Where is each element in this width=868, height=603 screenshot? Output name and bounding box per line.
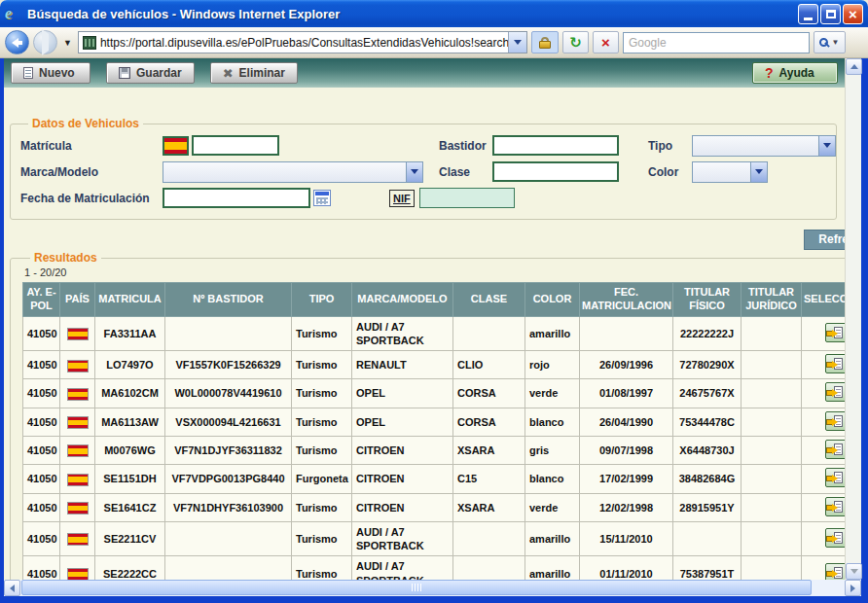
url-field[interactable]: https://portal.dipusevilla.es/ePolPrueba… <box>78 31 527 53</box>
cell-titular_fisico: 75387951T <box>673 556 741 580</box>
delete-button[interactable]: ✖ Eliminar <box>210 62 298 84</box>
chevron-up-icon <box>850 64 858 69</box>
cell-bastidor: W0L000078V4419610 <box>165 379 292 408</box>
web-search-input[interactable] <box>623 32 810 53</box>
column-header: MARCA/MODELO <box>352 283 453 317</box>
refresh-results-button[interactable]: Refrescar <box>804 230 845 250</box>
delete-x-icon: ✖ <box>223 67 234 80</box>
cell-ay_epol: 41050 <box>23 521 60 556</box>
scroll-up-button[interactable] <box>846 58 862 75</box>
chevron-down-icon <box>750 162 767 182</box>
help-button[interactable]: ? Ayuda <box>752 62 838 84</box>
stop-button[interactable]: × <box>593 31 619 53</box>
cell-color: amarillo <box>525 316 580 351</box>
spain-flag-icon <box>67 416 89 429</box>
save-button[interactable]: Guardar <box>106 62 195 84</box>
page-favicon-icon <box>83 36 96 50</box>
cell-clase <box>453 521 525 556</box>
scroll-right-button[interactable] <box>845 580 861 596</box>
select-row-button[interactable] <box>825 323 846 342</box>
select-row-button[interactable] <box>825 382 846 402</box>
cell-titular_fisico: X6448730J <box>673 436 741 464</box>
cell-titular_fisico <box>673 521 741 556</box>
scroll-down-button[interactable] <box>846 563 862 580</box>
cell-seleccionar <box>802 408 846 436</box>
cell-bastidor <box>165 521 292 556</box>
tipo-select[interactable] <box>692 135 836 157</box>
nif-input[interactable] <box>419 188 515 208</box>
clase-input[interactable] <box>492 161 619 182</box>
page-body: Datos de Vehiculos Matrícula Bastidor Ti… <box>4 88 845 580</box>
vertical-scrollbar[interactable] <box>845 58 861 580</box>
form-row-3: Fecha de Matriculación NIF <box>20 185 836 211</box>
results-table: AY. E-POLPAÍSMATRICULANº BASTIDORTIPOMAR… <box>22 282 845 580</box>
minimize-icon <box>804 18 813 20</box>
back-button[interactable] <box>5 30 29 54</box>
scrollbar-track[interactable] <box>20 580 845 596</box>
title-bar: e Búsqueda de vehículos - Windows Intern… <box>0 0 868 27</box>
recent-pages-dropdown-icon[interactable]: ▼ <box>61 38 74 48</box>
fecha-matriculacion-input[interactable] <box>163 188 310 208</box>
search-go-button[interactable]: ▼ <box>814 31 846 53</box>
select-row-button[interactable] <box>825 411 846 431</box>
cell-marca_modelo: CITROEN <box>352 493 453 521</box>
spain-flag-icon <box>67 444 89 457</box>
select-row-button[interactable] <box>825 528 846 548</box>
cell-fec_matriculacion: 12/02/1998 <box>580 493 673 521</box>
cell-color: blanco <box>525 408 580 436</box>
address-bar: ▼ https://portal.dipusevilla.es/ePolPrue… <box>0 27 868 58</box>
cell-ay_epol: 41050 <box>23 465 60 493</box>
scrollbar-thumb[interactable] <box>21 580 812 595</box>
cell-matricula: M0076WG <box>95 436 165 464</box>
cell-ay_epol: 41050 <box>23 316 60 351</box>
refresh-bar: Refrescar <box>4 230 845 251</box>
cell-matricula: MA6102CM <box>95 379 165 408</box>
column-header: FEC. MATRICULACION <box>580 283 673 317</box>
select-row-button[interactable] <box>825 497 846 516</box>
delete-button-label: Eliminar <box>239 66 285 80</box>
magnifier-icon <box>819 38 828 47</box>
select-row-button[interactable] <box>825 563 846 580</box>
header-row: AY. E-POLPAÍSMATRICULANº BASTIDORTIPOMAR… <box>23 283 846 317</box>
spain-flag-icon <box>67 502 89 514</box>
new-button[interactable]: Nuevo <box>11 62 90 84</box>
cell-bastidor: VF7VDPG0013PG8440 <box>165 465 292 493</box>
horizontal-scrollbar[interactable] <box>0 580 868 596</box>
nif-button[interactable]: NIF <box>389 190 415 207</box>
new-button-label: Nuevo <box>39 66 75 80</box>
select-row-button[interactable] <box>825 468 846 487</box>
cell-clase: XSARA <box>453 436 525 464</box>
table-row: 41050M0076WGVF7N1DJYF36311832TurismoCITR… <box>23 436 846 464</box>
cell-pais <box>60 351 95 379</box>
country-flag-button[interactable] <box>163 136 189 156</box>
save-button-label: Guardar <box>136 66 182 80</box>
cell-fec_matriculacion: 01/08/1997 <box>580 379 673 408</box>
cell-fec_matriculacion: 01/11/2010 <box>580 556 673 580</box>
calendar-picker-button[interactable] <box>313 190 331 206</box>
url-dropdown-button[interactable] <box>508 32 526 53</box>
cell-titular_fisico: 28915951Y <box>673 493 741 521</box>
matricula-input[interactable] <box>192 135 279 156</box>
select-row-button[interactable] <box>825 354 846 373</box>
maximize-icon <box>826 10 836 18</box>
cell-bastidor <box>165 316 292 351</box>
minimize-button[interactable] <box>798 4 818 24</box>
cell-matricula: LO7497O <box>95 351 165 379</box>
color-select[interactable] <box>692 161 768 183</box>
content-area: Nuevo Guardar ✖ Eliminar ? Ayuda Datos d… <box>4 58 845 580</box>
cell-marca_modelo: CITROEN <box>352 465 453 493</box>
column-header: TIPO <box>292 283 352 317</box>
pagination-text: 1 - 20/20 <box>24 266 845 278</box>
security-lock-button[interactable] <box>531 31 559 53</box>
table-row: 41050MA6113AWVSX000094L4216631TurismoOPE… <box>23 408 846 436</box>
marca-modelo-select[interactable] <box>163 161 423 183</box>
maximize-button[interactable] <box>820 4 841 24</box>
color-label: Color <box>648 165 692 179</box>
cell-bastidor: VF1557K0F15266329 <box>165 351 292 379</box>
select-row-button[interactable] <box>825 440 846 459</box>
forward-button[interactable] <box>33 30 57 54</box>
scroll-left-button[interactable] <box>4 580 20 596</box>
close-button[interactable]: × <box>843 4 863 24</box>
bastidor-input[interactable] <box>492 135 619 156</box>
refresh-button[interactable]: ↻ <box>562 31 589 53</box>
